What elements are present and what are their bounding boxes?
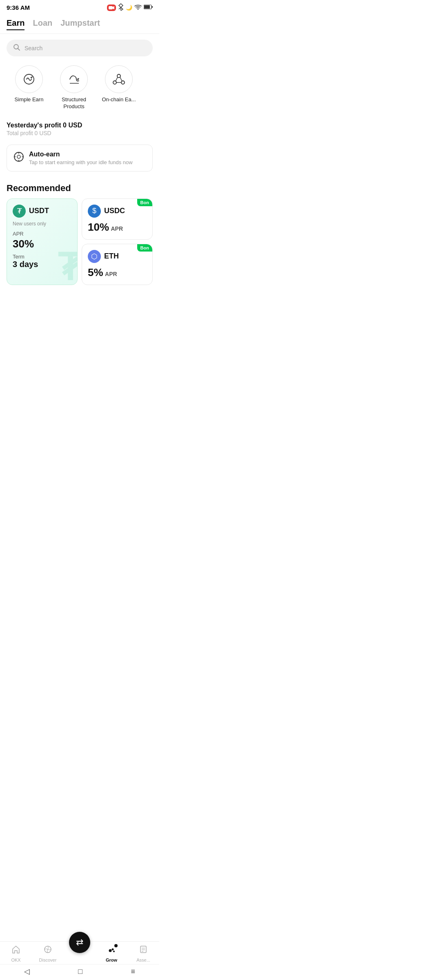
usdt-name: USDT [29, 207, 49, 215]
usdc-apr-unit: APR [111, 225, 123, 232]
product-card-usdc[interactable]: Bon $ USDC 10% APR [82, 198, 153, 240]
svg-point-3 [138, 9, 138, 10]
auto-earn-card[interactable]: Auto-earn Tap to start earning with your… [7, 145, 153, 172]
categories: Simple Earn Structured Products On-chain… [0, 62, 159, 117]
usdc-apr-row: 10% APR [88, 221, 147, 234]
usdc-icon: $ [88, 205, 101, 218]
eth-apr-value: 5% [88, 266, 103, 278]
right-cards: Bon $ USDC 10% APR Bon ⬡ ETH 5% APR [82, 198, 153, 285]
usdt-bg-symbol: ₮ [58, 246, 78, 285]
product-card-usdt[interactable]: ₮ USDT New users only APR 30% Term 3 day… [7, 198, 78, 285]
svg-line-15 [120, 77, 122, 81]
total-profit: Total profit 0 USD [7, 130, 153, 136]
eth-icon: ⬡ [88, 250, 101, 263]
usdt-coin-row: ₮ USDT [13, 205, 71, 218]
svg-line-8 [18, 49, 20, 51]
usdc-bonus-badge: Bon [137, 199, 152, 206]
eth-apr-unit: APR [105, 271, 117, 277]
svg-rect-0 [109, 6, 113, 9]
product-card-eth[interactable]: Bon ⬡ ETH 5% APR [82, 244, 153, 285]
status-time: 9:36 AM [7, 4, 30, 11]
svg-rect-6 [152, 6, 153, 8]
auto-earn-text: Auto-earn Tap to start earning with your… [29, 151, 133, 165]
recommended-section-title: Recommended [0, 176, 159, 198]
svg-rect-5 [144, 5, 150, 9]
status-bar: 9:36 AM 🌙 [0, 0, 159, 13]
simple-earn-label: Simple Earn [15, 96, 44, 103]
usdc-name: USDC [104, 207, 125, 215]
svg-point-11 [117, 74, 120, 78]
eth-apr-row: 5% APR [88, 266, 147, 279]
structured-products-label: Structured Products [51, 96, 96, 110]
auto-earn-description: Tap to start earning with your idle fund… [29, 159, 133, 165]
svg-point-13 [121, 81, 125, 84]
eth-coin-row: ⬡ ETH [88, 250, 147, 263]
wifi-icon [134, 4, 142, 11]
auto-earn-title: Auto-earn [29, 151, 133, 158]
svg-point-12 [113, 81, 116, 84]
svg-point-18 [17, 155, 20, 158]
status-icons: 🌙 [107, 3, 153, 12]
usdt-apr-label: APR [13, 231, 71, 237]
eth-bonus-badge: Bon [137, 244, 152, 252]
search-box[interactable]: Search [7, 40, 153, 56]
products-grid: ₮ USDT New users only APR 30% Term 3 day… [0, 198, 159, 292]
profit-section: Yesterday's profit 0 USD Total profit 0 … [0, 117, 159, 140]
usdt-subtext: New users only [13, 221, 71, 227]
search-container: Search [0, 34, 159, 62]
eth-name: ETH [104, 252, 119, 261]
structured-products-icon-circle [60, 65, 88, 93]
usdc-apr-value: 10% [88, 221, 109, 233]
usdt-icon: ₮ [13, 205, 26, 218]
usdc-coin-row: $ USDC [88, 205, 147, 218]
bluetooth-icon [118, 3, 124, 12]
tab-loan[interactable]: Loan [33, 18, 52, 30]
moon-icon: 🌙 [126, 4, 132, 11]
category-structured-products[interactable]: Structured Products [51, 65, 96, 110]
yesterday-profit: Yesterday's profit 0 USD [7, 122, 153, 129]
tab-earn[interactable]: Earn [7, 18, 24, 30]
nav-tabs: Earn Loan Jumpstart [0, 13, 159, 34]
onchain-earn-icon-circle [105, 65, 133, 93]
svg-marker-1 [113, 6, 114, 9]
category-onchain-earn[interactable]: On-chain Ea... [96, 65, 141, 110]
rec-icon [107, 4, 116, 11]
search-placeholder: Search [24, 45, 42, 51]
svg-line-14 [116, 77, 118, 81]
simple-earn-icon-circle [15, 65, 43, 93]
auto-earn-icon [13, 151, 24, 165]
battery-icon [144, 4, 153, 11]
tab-jumpstart[interactable]: Jumpstart [60, 18, 100, 30]
search-icon [13, 44, 20, 52]
onchain-earn-label: On-chain Ea... [102, 96, 136, 103]
category-simple-earn[interactable]: Simple Earn [7, 65, 51, 110]
